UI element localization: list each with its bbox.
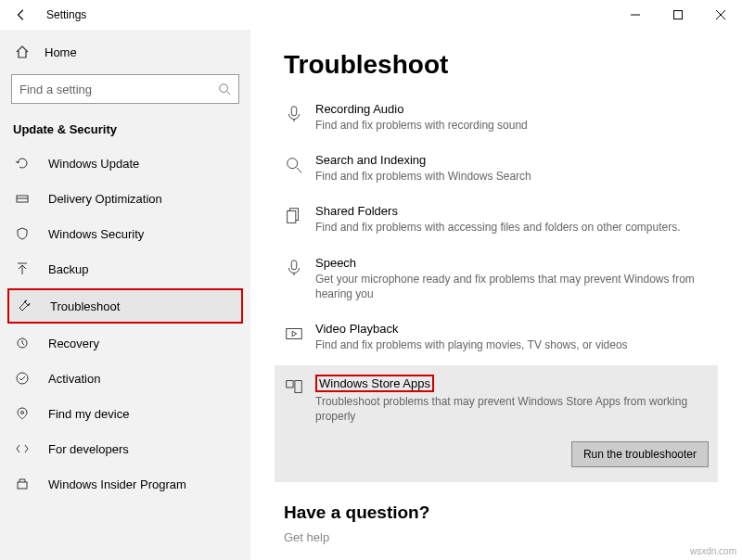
ts-title: Speech (315, 256, 718, 270)
insider-icon (15, 477, 32, 491)
run-troubleshooter-button[interactable]: Run the troubleshooter (571, 441, 709, 467)
troubleshoot-search-indexing[interactable]: Search and Indexing Find and fix problem… (284, 146, 718, 197)
sidebar-section: Update & Security (0, 117, 250, 146)
svg-rect-22 (291, 260, 297, 269)
recovery-icon (15, 336, 32, 350)
nav-label: Delivery Optimization (48, 192, 162, 206)
ts-desc: Get your microphone ready and fix proble… (315, 272, 718, 301)
svg-line-5 (227, 92, 231, 95)
sidebar-item-windows-update[interactable]: Windows Update (0, 146, 250, 181)
svg-point-11 (17, 373, 28, 384)
ts-desc: Find and fix problems with Windows Searc… (315, 169, 718, 184)
nav-label: For developers (48, 442, 129, 456)
troubleshoot-recording-audio[interactable]: Recording Audio Find and fix problems wi… (284, 95, 718, 146)
ts-title: Video Playback (315, 322, 718, 336)
folder-icon (284, 204, 315, 235)
maximize-button[interactable] (657, 0, 699, 30)
shield-icon (15, 226, 32, 241)
nav-label: Recovery (48, 337, 99, 350)
nav-label: Windows Security (48, 227, 144, 241)
sidebar-item-windows-security[interactable]: Windows Security (0, 216, 250, 251)
svg-rect-17 (291, 107, 297, 116)
ts-title: Search and Indexing (315, 153, 718, 167)
sidebar-item-find-my-device[interactable]: Find my device (0, 396, 250, 431)
svg-rect-24 (287, 381, 293, 388)
svg-point-4 (220, 84, 228, 93)
svg-point-18 (288, 159, 298, 169)
troubleshoot-speech[interactable]: Speech Get your microphone ready and fix… (284, 248, 718, 314)
ts-title: Shared Folders (315, 204, 718, 218)
main-content: Troubleshoot Recording Audio Find and fi… (260, 30, 742, 560)
nav-label: Troubleshoot (50, 299, 120, 313)
svg-rect-23 (287, 328, 302, 338)
wrench-icon (17, 299, 33, 313)
ts-desc: Find and fix problems with playing movie… (315, 337, 718, 352)
watermark: wsxdn.com (690, 546, 736, 556)
ts-desc: Find and fix problems with recording sou… (315, 118, 718, 133)
nav-label: Find my device (48, 407, 129, 421)
svg-point-12 (21, 412, 24, 414)
nav-label: Activation (48, 372, 100, 386)
sidebar-item-for-developers[interactable]: For developers (0, 431, 250, 466)
window-title: Settings (46, 8, 86, 21)
ts-title: Recording Audio (315, 102, 718, 116)
home-icon (15, 45, 32, 59)
minimize-button[interactable] (614, 0, 657, 30)
page-title: Troubleshoot (284, 50, 718, 80)
activation-icon (15, 371, 32, 386)
backup-icon (15, 261, 32, 276)
search-icon (284, 153, 315, 184)
svg-rect-21 (288, 211, 296, 223)
search-placeholder: Find a setting (19, 83, 92, 96)
nav-label: Windows Update (48, 157, 139, 171)
sidebar-item-activation[interactable]: Activation (0, 361, 250, 396)
question-heading: Have a question? (284, 503, 718, 523)
back-button[interactable] (11, 5, 32, 25)
troubleshoot-windows-store-apps[interactable]: Windows Store Apps Troubleshoot problems… (275, 365, 718, 481)
sidebar-item-delivery-optimization[interactable]: Delivery Optimization (0, 181, 250, 216)
home-link[interactable]: Home (0, 35, 250, 69)
svg-line-19 (297, 168, 302, 173)
nav-label: Backup (48, 262, 88, 276)
home-label: Home (45, 45, 77, 59)
ts-desc: Find and fix problems with accessing fil… (315, 220, 718, 235)
search-icon (218, 83, 231, 95)
code-icon (15, 441, 32, 456)
sidebar-item-insider[interactable]: Windows Insider Program (0, 466, 250, 502)
store-icon (284, 375, 315, 466)
location-icon (15, 406, 32, 421)
search-input[interactable]: Find a setting (11, 74, 239, 104)
nav-label: Windows Insider Program (48, 477, 186, 491)
video-icon (284, 322, 315, 352)
delivery-icon (15, 191, 32, 206)
close-button[interactable] (699, 0, 742, 30)
svg-rect-25 (295, 381, 301, 393)
speech-icon (284, 256, 315, 301)
mic-icon (284, 102, 315, 133)
troubleshoot-shared-folders[interactable]: Shared Folders Find and fix problems wit… (284, 197, 718, 248)
ts-desc: Troubleshoot problems that may prevent W… (315, 394, 709, 424)
svg-rect-1 (674, 11, 683, 19)
sidebar-item-backup[interactable]: Backup (0, 251, 250, 286)
troubleshoot-video-playback[interactable]: Video Playback Find and fix problems wit… (284, 314, 718, 365)
ts-title: Windows Store Apps (315, 375, 434, 392)
sidebar-item-troubleshoot[interactable]: Troubleshoot (7, 288, 243, 324)
update-icon (15, 156, 32, 171)
get-help-link[interactable]: Get help (284, 530, 718, 544)
sidebar-item-recovery[interactable]: Recovery (0, 325, 250, 361)
sidebar: Home Find a setting Update & Security Wi… (0, 30, 250, 560)
svg-rect-13 (18, 482, 27, 489)
